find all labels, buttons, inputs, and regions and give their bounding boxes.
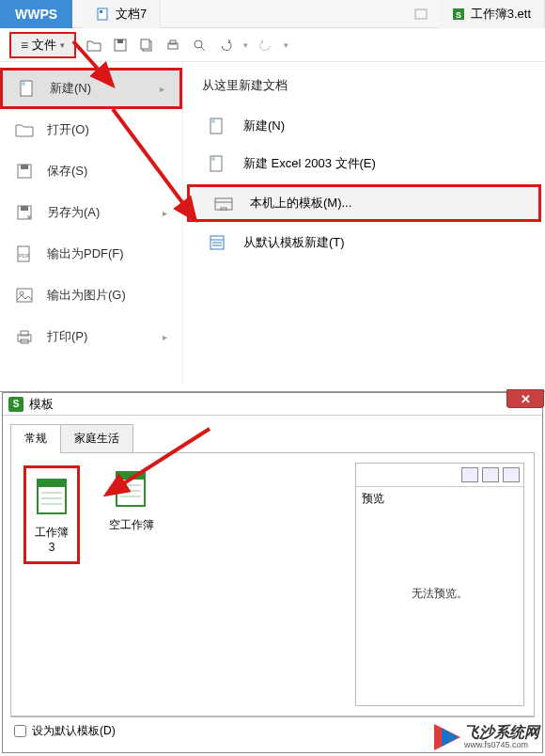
svg-rect-21 xyxy=(17,289,32,302)
menu-save[interactable]: 保存(S) xyxy=(0,150,182,192)
tab-doc7[interactable]: 文档7 xyxy=(84,0,161,28)
svg-line-12 xyxy=(201,47,205,51)
menu-new[interactable]: 新建(N) ▸ xyxy=(0,68,182,109)
tab-indicator-icon xyxy=(405,8,437,21)
svg-rect-1 xyxy=(100,10,102,13)
undo-chevron-icon[interactable]: ▾ xyxy=(243,40,248,50)
menu-open-label: 打开(O) xyxy=(47,121,89,138)
undo-icon[interactable] xyxy=(217,37,234,54)
right-new-excel2003-label: 新建 Excel 2003 文件(E) xyxy=(243,155,376,172)
template-thumb-icon xyxy=(111,468,152,510)
menu-saveas[interactable]: 另存为(A) ▸ xyxy=(0,192,182,233)
set-default-checkbox-input[interactable] xyxy=(14,725,26,737)
tab-workbook3[interactable]: S 工作簿3.ett xyxy=(439,0,545,28)
view-details-button[interactable] xyxy=(503,467,520,482)
doc-icon xyxy=(97,8,110,21)
preview-label: 预览 xyxy=(356,487,523,511)
svg-rect-0 xyxy=(98,8,107,20)
right-new-excel2003[interactable]: 新建 Excel 2003 文件(E) xyxy=(183,145,545,182)
file-label: 文件 xyxy=(32,37,56,54)
blank-doc-icon xyxy=(208,117,226,135)
template-workbook3[interactable]: 工作簿3 xyxy=(23,465,80,564)
print-quick-icon[interactable] xyxy=(164,37,181,54)
right-default-template[interactable]: 从默认模板新建(T) xyxy=(183,224,545,261)
new-doc-heading: 从这里新建文档 xyxy=(183,73,545,107)
watermark-line1: 飞沙系统网 xyxy=(464,724,539,741)
set-default-checkbox[interactable]: 设为默认模板(D) xyxy=(14,723,116,739)
preview-pane: 预览 无法预览。 xyxy=(355,463,524,706)
menu-open[interactable]: 打开(O) xyxy=(0,109,182,150)
submenu-arrow-icon: ▸ xyxy=(163,208,167,218)
svg-point-27 xyxy=(211,119,215,123)
dialog-tab-general[interactable]: 常规 xyxy=(10,424,61,453)
hamburger-icon: ≡ xyxy=(21,38,28,53)
watermark-line2: www.fs0745.com xyxy=(464,741,539,750)
right-local-template[interactable]: 本机上的模板(M)... xyxy=(187,184,541,222)
printer-icon xyxy=(15,327,34,346)
preview-empty-text: 无法预览。 xyxy=(356,511,523,677)
new-doc-icon xyxy=(18,79,37,98)
watermark: 飞沙系统网 www.fs0745.com xyxy=(434,724,539,750)
print-preview-icon[interactable] xyxy=(191,37,208,54)
excel-doc-icon xyxy=(208,154,226,173)
svg-rect-6 xyxy=(117,39,123,43)
submenu-arrow-icon: ▸ xyxy=(160,84,164,94)
watermark-logo-icon xyxy=(434,724,460,750)
save-icon[interactable] xyxy=(112,37,129,54)
template-blank-workbook[interactable]: 空工作簿 xyxy=(103,468,160,533)
svg-point-11 xyxy=(195,40,202,48)
menu-print[interactable]: 打印(P) ▸ xyxy=(0,316,182,357)
menu-export-pdf-label: 输出为PDF(F) xyxy=(47,245,124,262)
folder-open-icon[interactable] xyxy=(86,37,102,54)
right-default-template-label: 从默认模板新建(T) xyxy=(243,234,345,251)
menu-save-label: 保存(S) xyxy=(47,163,87,180)
dialog-app-icon: S xyxy=(8,397,23,412)
view-list-button[interactable] xyxy=(482,467,499,482)
spreadsheet-icon: S xyxy=(452,8,465,21)
right-new[interactable]: 新建(N) xyxy=(183,107,545,145)
toolbar-overflow-icon[interactable]: ▾ xyxy=(284,40,288,50)
tab-doc7-label: 文档7 xyxy=(116,6,147,23)
menu-export-img-label: 输出为图片(G) xyxy=(47,287,126,304)
wps-label: WPS xyxy=(27,7,57,22)
default-template-icon xyxy=(208,233,226,252)
right-new-label: 新建(N) xyxy=(243,118,285,134)
copy-icon[interactable] xyxy=(138,37,155,54)
template-thumb-icon xyxy=(32,476,73,517)
template-icon xyxy=(214,194,233,213)
svg-rect-43 xyxy=(117,472,145,480)
set-default-label: 设为默认模板(D) xyxy=(32,723,116,739)
dialog-title-text: 模板 xyxy=(29,396,54,413)
menu-new-label: 新建(N) xyxy=(50,80,91,97)
menu-export-img[interactable]: 输出为图片(G) xyxy=(0,275,182,316)
menu-print-label: 打印(P) xyxy=(47,328,87,345)
svg-text:PDF: PDF xyxy=(19,253,30,259)
svg-rect-16 xyxy=(21,165,28,169)
right-local-template-label: 本机上的模板(M)... xyxy=(250,195,351,212)
folder-icon xyxy=(15,120,34,139)
saveas-icon xyxy=(15,203,34,222)
view-large-icons-button[interactable] xyxy=(461,467,478,482)
svg-rect-8 xyxy=(141,39,149,49)
image-export-icon xyxy=(15,286,34,305)
menu-saveas-label: 另存为(A) xyxy=(47,204,100,221)
submenu-arrow-icon: ▸ xyxy=(163,332,167,342)
wps-brand-button[interactable]: W WPS xyxy=(0,0,72,28)
pdf-icon: PDF xyxy=(15,244,34,263)
dialog-close-button[interactable]: ✕ xyxy=(506,389,544,408)
chevron-down-icon: ▾ xyxy=(60,40,65,50)
tab-workbook3-label: 工作簿3.ett xyxy=(471,6,531,23)
svg-rect-18 xyxy=(21,206,28,211)
svg-rect-2 xyxy=(415,9,427,19)
dialog-tab-family[interactable]: 家庭生活 xyxy=(60,424,133,453)
file-menu-button[interactable]: ≡ 文件 ▾ xyxy=(9,32,76,58)
redo-icon[interactable] xyxy=(257,37,274,54)
menu-export-pdf[interactable]: PDF 输出为PDF(F) xyxy=(0,233,182,275)
svg-point-14 xyxy=(22,82,25,86)
save-disk-icon xyxy=(15,162,34,181)
wps-w-icon: W xyxy=(15,7,27,22)
svg-text:S: S xyxy=(456,10,461,20)
template-dialog: ✕ S 模板 常规 家庭生活 工作簿3 空工作簿 xyxy=(2,392,543,753)
template-workbook3-label: 工作簿3 xyxy=(32,525,71,554)
svg-point-29 xyxy=(211,157,215,161)
